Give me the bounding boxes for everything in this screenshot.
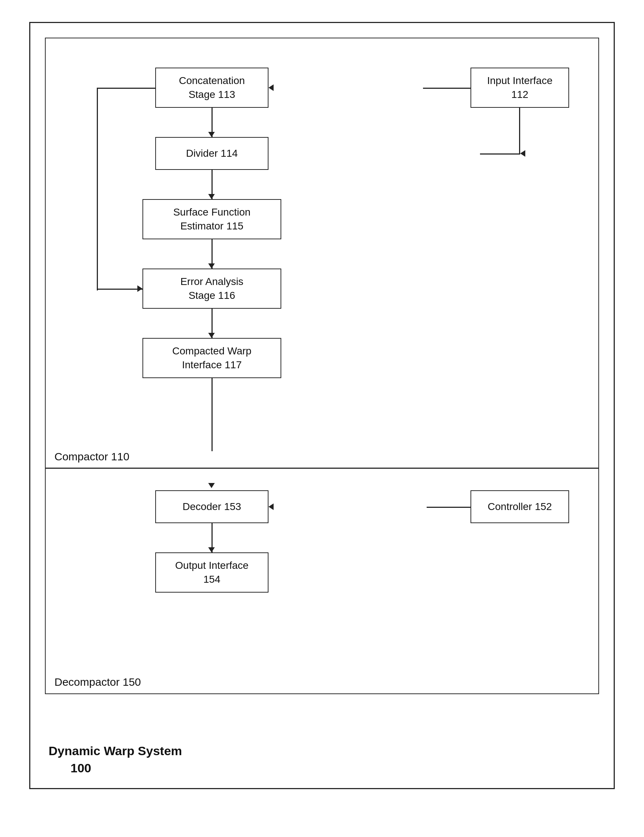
output-interface-block: Output Interface 154	[155, 552, 269, 592]
error-analysis-block: Error Analysis Stage 116	[143, 269, 281, 309]
surface-function-label2: Estimator 115	[180, 219, 244, 233]
surface-function-label: Surface Function	[173, 205, 251, 219]
arrowhead-feedback1	[520, 150, 525, 157]
outer-label-line2: 100	[49, 760, 182, 777]
arrowhead-sfe-to-ea	[208, 263, 215, 269]
arrowhead-input-to-concat	[269, 84, 274, 91]
page: Compactor 110 Concatenation Stage 113 In…	[0, 0, 644, 837]
concatenation-label: Concatenation	[179, 74, 245, 88]
arrow-cwi-down	[211, 378, 213, 451]
arrow-input-to-concat	[423, 88, 470, 89]
arrowhead-controller-to-decoder	[269, 504, 274, 510]
feedback-v1	[519, 108, 520, 153]
surface-function-block: Surface Function Estimator 115	[143, 199, 281, 239]
decompactor-diagram: Decoder 153 Controller 152 Output Interf…	[60, 483, 584, 680]
compacted-warp-block: Compacted Warp Interface 117	[143, 338, 281, 378]
error-analysis-label2: Stage 116	[188, 289, 235, 302]
controller-label: Controller 152	[488, 500, 552, 514]
input-interface-label2: 112	[511, 88, 529, 102]
decoder-label: Decoder 153	[183, 500, 241, 514]
decompactor-box: Decompactor 150 Decoder 153 Controller 1…	[45, 468, 599, 694]
arrow-controller-to-decoder	[427, 507, 470, 508]
arrowhead-divider-to-sfe	[208, 194, 215, 199]
error-analysis-label: Error Analysis	[180, 275, 244, 289]
input-interface-label: Input Interface	[487, 74, 552, 88]
feedback-left-v	[97, 88, 98, 290]
compacted-warp-label: Compacted Warp	[172, 344, 252, 358]
feedback-left-h-bottom	[97, 289, 143, 290]
arrowhead-feedback-left-bottom	[138, 286, 143, 292]
compactor-box: Compactor 110 Concatenation Stage 113 In…	[45, 38, 599, 469]
arrowhead-decoder-to-output	[208, 547, 215, 552]
arrowhead-concat-to-divider	[208, 132, 215, 137]
divider-block: Divider 114	[155, 137, 269, 170]
feedback-h1	[480, 153, 520, 154]
arrowhead-ea-to-cwi	[208, 333, 215, 338]
controller-block: Controller 152	[470, 490, 569, 523]
outer-box: Compactor 110 Concatenation Stage 113 In…	[29, 22, 615, 789]
outer-label: Dynamic Warp System 100	[49, 742, 182, 777]
concatenation-label2: Stage 113	[188, 88, 235, 102]
outer-label-line1: Dynamic Warp System	[49, 742, 182, 760]
concatenation-block: Concatenation Stage 113	[155, 67, 269, 108]
divider-label: Divider 114	[186, 146, 238, 160]
output-interface-label2: 154	[203, 573, 221, 586]
input-interface-block: Input Interface 112	[470, 67, 569, 108]
compacted-warp-label2: Interface 117	[182, 358, 241, 372]
output-interface-label: Output Interface	[175, 559, 249, 573]
arrowhead-into-decoder	[208, 483, 215, 488]
decoder-block: Decoder 153	[155, 490, 269, 523]
compactor-diagram: Concatenation Stage 113 Input Interface …	[60, 53, 584, 455]
feedback-left-h-top	[97, 88, 155, 89]
